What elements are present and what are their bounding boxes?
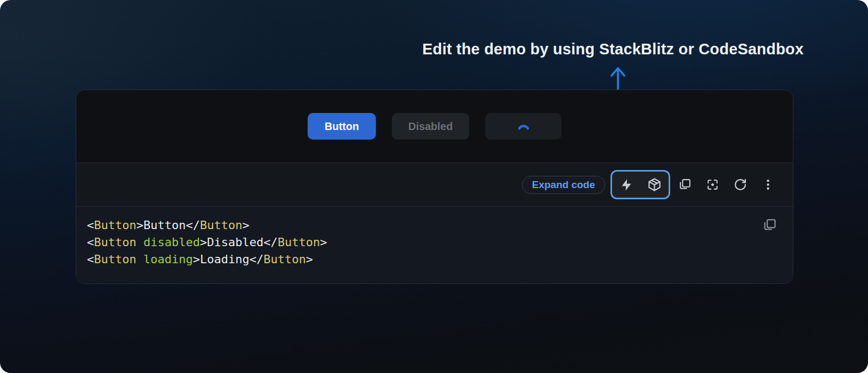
stackblitz-button[interactable] <box>613 172 640 198</box>
demo-card: Button Disabled Expand code <box>76 90 793 284</box>
codesandbox-cube-icon <box>647 177 662 192</box>
more-actions-button[interactable] <box>756 172 780 198</box>
refresh-demo-button[interactable] <box>728 172 752 198</box>
demo-button-disabled: Disabled <box>392 113 469 140</box>
copy-icon <box>762 218 777 232</box>
demo-preview: Button Disabled <box>76 90 793 163</box>
isolate-demo-button[interactable] <box>700 172 725 198</box>
lightning-icon <box>620 178 633 192</box>
copy-code-button[interactable] <box>672 172 697 198</box>
kebab-menu-icon <box>761 178 775 191</box>
loading-spinner-icon <box>516 118 532 134</box>
code-text: <Button>Button</Button><Button disabled>… <box>76 207 793 278</box>
demo-toolbar: Expand code <box>76 163 793 207</box>
toolbar-icon-group <box>672 172 780 198</box>
refresh-icon <box>734 178 747 191</box>
code-block: <Button>Button</Button><Button disabled>… <box>76 207 793 283</box>
expand-code-button[interactable]: Expand code <box>522 176 605 194</box>
codesandbox-button[interactable] <box>640 172 668 198</box>
demo-button-loading <box>485 113 561 140</box>
annotation-text: Edit the demo by using StackBlitz or Cod… <box>422 40 803 58</box>
arrowhead-up-icon <box>612 68 624 76</box>
copy-code-floating-button[interactable] <box>759 214 780 236</box>
copy-icon <box>678 178 692 191</box>
page-background: Edit the demo by using StackBlitz or Cod… <box>0 0 868 373</box>
demo-button-primary[interactable]: Button <box>308 113 376 140</box>
sandbox-actions-highlight <box>610 170 670 199</box>
focus-icon <box>706 178 719 191</box>
